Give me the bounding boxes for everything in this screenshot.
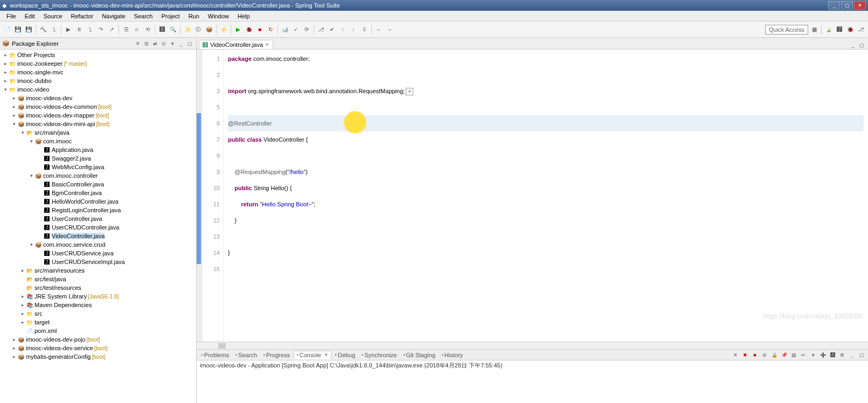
expander-icon[interactable]: ▸ bbox=[2, 52, 9, 58]
tree-item[interactable]: 🅹UserController.java bbox=[0, 214, 196, 223]
tree-item[interactable]: 🅹Swagger2.java bbox=[0, 154, 196, 163]
boot-icon[interactable]: ⚡ bbox=[219, 25, 228, 34]
skip-icon[interactable]: ⤵ bbox=[49, 25, 59, 34]
new-wizard-icon[interactable]: ✨ bbox=[183, 25, 192, 34]
menu-search[interactable]: Search bbox=[130, 12, 157, 20]
tree-item[interactable]: ▸📦imooc-videos-dev-common [boot] bbox=[0, 102, 196, 111]
perspective-git-icon[interactable]: ⎇ bbox=[856, 25, 866, 34]
console-ansi-icon[interactable]: 🅰 bbox=[829, 351, 836, 359]
console-scroll-lock-icon[interactable]: 🔒 bbox=[770, 351, 778, 359]
tab-close-icon[interactable]: ✕ bbox=[324, 352, 328, 357]
step-over-icon[interactable]: ↷ bbox=[96, 25, 106, 34]
refresh-icon[interactable]: ⟳ bbox=[302, 25, 311, 34]
step-out-icon[interactable]: ↗ bbox=[107, 25, 116, 34]
expander-icon[interactable]: ▸ bbox=[11, 104, 17, 109]
bottom-tab-progress[interactable]: ▪Progress bbox=[261, 351, 293, 359]
bottom-tab-debug[interactable]: ▪Debug bbox=[332, 351, 358, 359]
tree-item[interactable]: ▸📁src bbox=[0, 309, 196, 318]
tree-item[interactable]: 🅹WebMvcConfig.java bbox=[0, 163, 196, 171]
editor-minimize-icon[interactable]: _ bbox=[849, 41, 857, 49]
new-class-icon[interactable]: Ⓒ bbox=[193, 25, 203, 34]
tree-item[interactable]: ▸📦imooc-videos-dev-service [boot] bbox=[0, 344, 196, 352]
collapse-all-icon[interactable]: ⊟ bbox=[143, 40, 150, 47]
expander-icon[interactable]: ▾ bbox=[28, 242, 34, 247]
organize-icon[interactable]: ⟲ bbox=[143, 25, 152, 34]
expander-icon[interactable]: ▾ bbox=[28, 173, 34, 178]
tree-item[interactable]: ▾📂src/main/java bbox=[0, 128, 196, 137]
fetch-icon[interactable]: ⇩ bbox=[359, 25, 369, 34]
console-open-icon[interactable]: ▾ bbox=[809, 351, 817, 359]
tree-item[interactable]: 📄pom.xml bbox=[0, 326, 196, 335]
push-icon[interactable]: ↑ bbox=[338, 25, 348, 34]
expander-icon[interactable]: ▸ bbox=[19, 302, 26, 308]
code-line[interactable] bbox=[228, 148, 864, 164]
project-tree[interactable]: ▸📁Other Projects▸📁imooc-zookeeper [* mas… bbox=[0, 50, 196, 403]
search-icon[interactable]: 🔍 bbox=[168, 25, 178, 34]
console-remove-icon[interactable]: ⊘ bbox=[761, 351, 768, 359]
code-line[interactable]: return "Hello Spring Boot~"; bbox=[228, 196, 864, 212]
tree-item[interactable]: ▾📦com.imooc.service.crud bbox=[0, 240, 196, 249]
build-icon[interactable]: 🔨 bbox=[38, 25, 48, 34]
maximize-button[interactable]: ▢ bbox=[841, 1, 853, 10]
perspective-spring-icon[interactable]: 🍃 bbox=[824, 25, 834, 34]
tree-item[interactable]: ▸📁imooc-dubbo bbox=[0, 77, 196, 85]
bottom-tab-search[interactable]: ▪Search bbox=[233, 351, 260, 359]
view-close-icon[interactable]: ✕ bbox=[134, 40, 142, 47]
relaunch-icon[interactable]: ↻ bbox=[266, 25, 275, 34]
expander-icon[interactable]: ▾ bbox=[2, 87, 9, 92]
perspective-debug-icon[interactable]: 🐞 bbox=[845, 25, 855, 34]
tree-item[interactable]: 📂src/test/resources bbox=[0, 283, 196, 292]
code-line[interactable]: public class VideoController { bbox=[228, 131, 864, 148]
debug-icon[interactable]: 🐞 bbox=[244, 25, 254, 34]
tree-item[interactable]: ▸📁imooc-single-mvc bbox=[0, 68, 196, 77]
code-line[interactable]: public String Hello() { bbox=[228, 180, 864, 196]
minimize-button[interactable]: _ bbox=[828, 1, 840, 10]
minimize-view-icon[interactable]: _ bbox=[177, 40, 185, 47]
menu-navigate[interactable]: Navigate bbox=[98, 12, 129, 20]
maximize-view-icon[interactable]: ▢ bbox=[186, 40, 193, 47]
close-button[interactable]: ✕ bbox=[854, 1, 866, 10]
tree-item[interactable]: 🅹RegistLoginController.java bbox=[0, 206, 196, 214]
console-wrap-icon[interactable]: ↩ bbox=[800, 351, 807, 359]
menu-refactor[interactable]: Refactor bbox=[67, 12, 98, 20]
code-line[interactable] bbox=[228, 99, 864, 115]
tree-item[interactable]: ▸📦imooc-videos-dev bbox=[0, 94, 196, 102]
coverage-icon[interactable]: 📊 bbox=[280, 25, 290, 34]
code-area[interactable]: https://blog.csdn.net/qq_33608000 packag… bbox=[224, 50, 868, 342]
tree-item[interactable]: ▸📦mybatis-generatorConfig [boot] bbox=[0, 352, 196, 361]
code-line[interactable]: } bbox=[228, 212, 864, 228]
expander-icon[interactable]: ▸ bbox=[2, 61, 9, 66]
menu-project[interactable]: Project bbox=[157, 12, 184, 20]
code-line[interactable] bbox=[228, 67, 864, 83]
code-line[interactable] bbox=[228, 228, 864, 245]
forward-icon[interactable]: → bbox=[385, 25, 394, 34]
menu-help[interactable]: Help bbox=[233, 12, 254, 20]
expander-icon[interactable]: ▸ bbox=[19, 294, 26, 299]
outline-icon[interactable]: ☰ bbox=[121, 25, 131, 34]
menu-edit[interactable]: Edit bbox=[20, 12, 39, 20]
run-icon[interactable]: ▶ bbox=[233, 25, 243, 34]
expander-icon[interactable]: ▾ bbox=[19, 130, 26, 135]
tree-item[interactable]: ▸📚JRE System Library [JavaSE-1.8] bbox=[0, 292, 196, 301]
editor-tab-videocontroller[interactable]: 🅹 VideoController.java ✕ bbox=[199, 40, 273, 49]
code-line[interactable]: package com.imooc.controller; bbox=[228, 51, 864, 67]
tree-item[interactable]: 🅹UserCRUDController.java bbox=[0, 223, 196, 232]
tree-item[interactable]: ▾📦com.imooc bbox=[0, 137, 196, 145]
tree-item[interactable]: ▸📁Other Projects bbox=[0, 51, 196, 59]
step-icon[interactable]: ⤵ bbox=[85, 25, 95, 34]
expander-icon[interactable]: ▸ bbox=[19, 319, 26, 325]
open-type-icon[interactable]: 🅾 bbox=[157, 25, 167, 34]
code-line[interactable]: @RestController bbox=[228, 115, 864, 131]
bottom-tab-synchronize[interactable]: ▪Synchronize bbox=[359, 351, 399, 359]
console-remove-all-icon[interactable]: ✖ bbox=[741, 351, 749, 359]
tree-item[interactable]: 🅹BgmController.java bbox=[0, 189, 196, 197]
expander-icon[interactable]: ▸ bbox=[11, 113, 17, 118]
console-clear-icon[interactable]: ✕ bbox=[732, 351, 739, 359]
expander-icon[interactable]: ▾ bbox=[28, 138, 34, 144]
tree-item[interactable]: 🅹BasicController.java bbox=[0, 180, 196, 189]
horizontal-scrollbar[interactable] bbox=[197, 342, 868, 349]
tree-item[interactable]: 🅹HelloWorldController.java bbox=[0, 197, 196, 206]
expander-icon[interactable]: ▸ bbox=[19, 311, 26, 316]
expander-icon[interactable]: ▸ bbox=[11, 337, 17, 342]
expander-icon[interactable]: ▾ bbox=[11, 121, 17, 127]
